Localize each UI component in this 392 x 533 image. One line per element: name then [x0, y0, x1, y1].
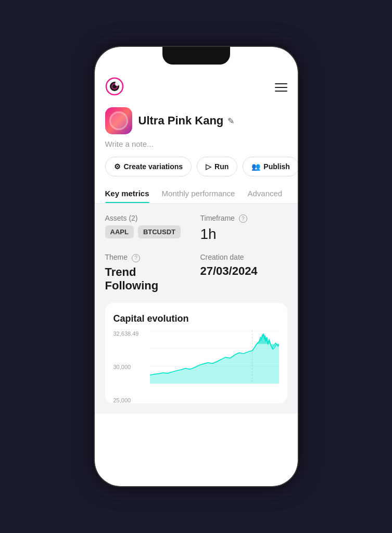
creation-date-label: Creation date — [200, 253, 287, 261]
asset-tag-btcusdt: BTCUSDT — [138, 225, 181, 238]
tab-key-metrics[interactable]: Key metrics — [105, 184, 149, 203]
action-buttons: ⚙ Create variations ▷ Run 👥 Publish — [95, 155, 298, 184]
chart-svg — [150, 331, 279, 384]
asset-tags: AAPL BTCUSDT — [105, 225, 192, 238]
asset-tag-aapl: AAPL — [105, 225, 134, 238]
create-variations-button[interactable]: ⚙ Create variations — [105, 157, 192, 176]
assets-metric: Assets (2) AAPL BTCUSDT — [105, 214, 192, 243]
chart-y-labels: 32,638.49 30,000 25,000 — [113, 331, 139, 403]
phone-frame: Ultra Pink Kang ✎ Write a note... ⚙ Crea… — [95, 47, 298, 486]
note-placeholder[interactable]: Write a note... — [105, 139, 154, 148]
create-variations-icon: ⚙ — [114, 162, 121, 171]
chart-label-bottom: 25,000 — [113, 397, 139, 403]
theme-label: Theme ? — [105, 253, 192, 262]
screen-content: Ultra Pink Kang ✎ Write a note... ⚙ Crea… — [95, 47, 298, 486]
tab-monthly-performance-label: Monthly performance — [162, 189, 235, 198]
assets-label: Assets (2) — [105, 214, 192, 222]
top-bar — [95, 73, 298, 101]
timeframe-help-icon[interactable]: ? — [239, 214, 247, 223]
tab-advanced-label: Advanced — [247, 189, 282, 198]
avatar — [105, 107, 132, 134]
menu-line-2 — [275, 87, 287, 88]
menu-line-3 — [275, 91, 287, 92]
edit-icon[interactable]: ✎ — [227, 116, 234, 126]
chart-label-top: 32,638.49 — [113, 331, 139, 337]
phone-screen: Ultra Pink Kang ✎ Write a note... ⚙ Crea… — [95, 47, 298, 486]
chart-area: 32,638.49 30,000 25,000 — [113, 331, 279, 403]
theme-metric: Theme ? Trend Following — [105, 253, 192, 292]
creation-date-metric: Creation date 27/03/2024 — [200, 253, 287, 292]
publish-icon: 👥 — [251, 162, 260, 171]
metrics-grid: Assets (2) AAPL BTCUSDT Timeframe ? 1h — [105, 214, 287, 293]
tab-key-metrics-label: Key metrics — [105, 189, 149, 198]
note-area[interactable]: Write a note... — [95, 138, 298, 155]
metrics-content: Assets (2) AAPL BTCUSDT Timeframe ? 1h — [95, 204, 298, 414]
theme-value: Trend Following — [105, 265, 192, 293]
publish-button[interactable]: 👥 Publish — [243, 157, 297, 176]
timeframe-metric: Timeframe ? 1h — [200, 214, 287, 243]
app-title-section: Ultra Pink Kang ✎ — [138, 114, 235, 128]
timeframe-value: 1h — [200, 226, 287, 243]
app-title: Ultra Pink Kang — [138, 114, 224, 128]
timeframe-label: Timeframe ? — [200, 214, 287, 223]
chart-label-mid: 30,000 — [113, 364, 139, 370]
menu-line-1 — [275, 83, 287, 84]
svg-point-3 — [115, 82, 119, 86]
app-header: Ultra Pink Kang ✎ — [95, 101, 298, 138]
run-button[interactable]: ▷ Run — [197, 157, 237, 176]
tabs-row: Key metrics Monthly performance Advanced — [95, 184, 298, 204]
chart-title: Capital evolution — [113, 313, 279, 324]
chart-card: Capital evolution 32,638.49 30,000 25,00… — [105, 303, 287, 403]
run-label: Run — [214, 162, 229, 171]
menu-button[interactable] — [275, 83, 287, 92]
theme-help-icon[interactable]: ? — [132, 254, 140, 262]
avatar-inner — [109, 111, 128, 130]
publish-label: Publish — [263, 162, 290, 171]
tab-monthly-performance[interactable]: Monthly performance — [162, 184, 235, 203]
phone-notch — [162, 47, 230, 65]
logo — [105, 77, 124, 98]
create-variations-label: Create variations — [124, 162, 183, 171]
creation-date-value: 27/03/2024 — [200, 264, 287, 278]
tab-advanced[interactable]: Advanced — [247, 184, 282, 203]
run-icon: ▷ — [206, 162, 211, 171]
app-title-row: Ultra Pink Kang ✎ — [138, 114, 235, 128]
